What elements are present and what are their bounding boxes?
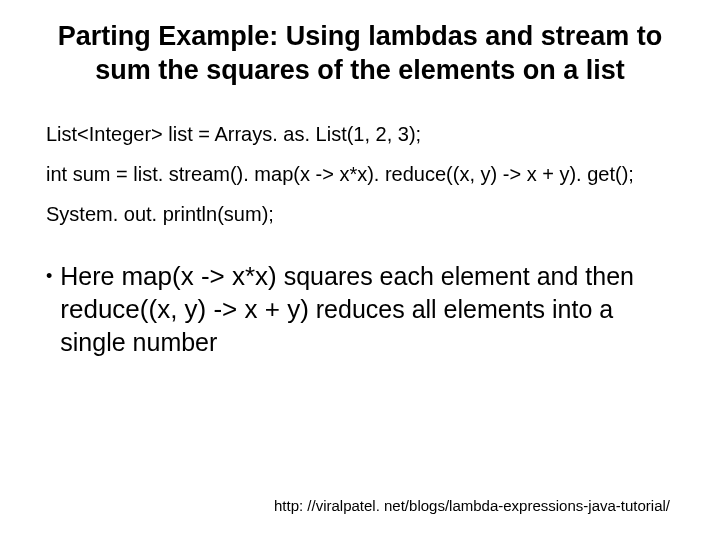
slide: Parting Example: Using lambdas and strea… [0,0,720,540]
bullet-mid: squares each element and then [277,262,634,290]
code-line-2: int sum = list. stream(). map(x -> x*x).… [46,162,680,186]
slide-title: Parting Example: Using lambdas and strea… [50,20,670,88]
code-line-1: List<Integer> list = Arrays. as. List(1,… [46,122,680,146]
bullet-text: Here map(x -> x*x) squares each element … [60,260,680,359]
bullet-code-2: reduce((x, y) -> x + y) [60,294,309,324]
bullet-code-1: map(x -> x*x) [121,261,276,291]
bullet-item: • Here map(x -> x*x) squares each elemen… [46,260,680,359]
bullet-prefix: Here [60,262,121,290]
bullet-list: • Here map(x -> x*x) squares each elemen… [46,260,680,359]
code-line-3: System. out. println(sum); [46,202,680,226]
code-block: List<Integer> list = Arrays. as. List(1,… [46,122,680,226]
bullet-marker: • [46,260,52,292]
footer-url: http: //viralpatel. net/blogs/lambda-exp… [274,497,670,514]
